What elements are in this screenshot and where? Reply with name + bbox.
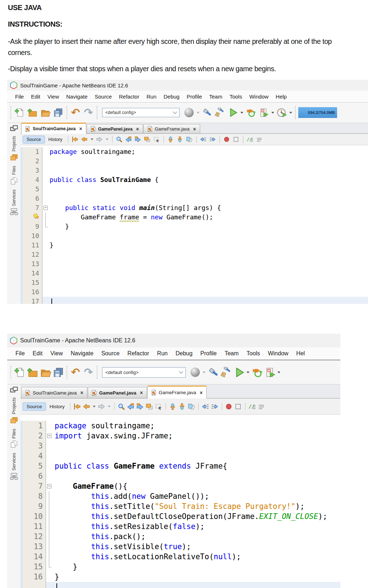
line-number-gutter[interactable]: 6 bbox=[23, 471, 46, 481]
code-line[interactable]: 8 this.add(new GamePanel()); bbox=[20, 491, 340, 501]
menu-item-view[interactable]: View bbox=[46, 350, 66, 357]
clean-build-button[interactable] bbox=[213, 106, 226, 119]
code-line[interactable]: 12 bbox=[20, 250, 368, 259]
clock-button[interactable] bbox=[275, 106, 288, 119]
start-macro-recording-button[interactable] bbox=[222, 135, 231, 144]
line-number-gutter[interactable]: 15 bbox=[23, 278, 42, 287]
uncomment-button[interactable] bbox=[257, 402, 266, 411]
code-line[interactable]: 10 this.setDefaultCloseOperation(JFrame.… bbox=[20, 511, 340, 521]
config-selector[interactable]: <default config> bbox=[102, 367, 186, 378]
dropdown-arrow-icon[interactable] bbox=[203, 372, 206, 373]
toggle-bookmark-button[interactable] bbox=[145, 402, 154, 411]
line-number-gutter[interactable]: 8 bbox=[23, 491, 46, 501]
line-number-gutter[interactable]: 1 bbox=[23, 421, 46, 431]
shift-left-button[interactable] bbox=[201, 402, 210, 411]
close-icon[interactable]: × bbox=[136, 126, 139, 132]
line-number-gutter[interactable]: 3 bbox=[23, 166, 42, 175]
save-all-button[interactable] bbox=[52, 365, 65, 379]
dropdown-arrow-icon[interactable] bbox=[240, 112, 243, 114]
debug-project-button[interactable] bbox=[250, 365, 263, 379]
back-button[interactable] bbox=[82, 402, 91, 411]
code-line[interactable]: 9 } bbox=[20, 222, 368, 231]
clean-build-button[interactable] bbox=[220, 365, 233, 379]
run-project-button[interactable] bbox=[233, 365, 245, 379]
tab-gameframe-java[interactable]: GameFrame.java× bbox=[147, 386, 207, 398]
window-position-icon[interactable] bbox=[10, 125, 18, 132]
line-number-gutter[interactable]: 2 bbox=[23, 156, 42, 166]
dropdown-arrow-icon[interactable] bbox=[93, 406, 96, 407]
menu-item-team[interactable]: Team bbox=[206, 94, 226, 100]
dropdown-arrow-icon[interactable] bbox=[108, 406, 111, 407]
close-icon[interactable]: × bbox=[200, 390, 203, 396]
dropdown-arrow-icon[interactable] bbox=[271, 112, 274, 114]
code-line[interactable]: 7 GameFrame(){ bbox=[20, 481, 340, 491]
line-number-gutter[interactable]: 16 bbox=[23, 287, 42, 297]
open-project-button[interactable] bbox=[39, 106, 52, 119]
line-number-gutter[interactable]: 13 bbox=[23, 542, 46, 552]
code-line[interactable]: 7 public static void main(String[] args)… bbox=[20, 203, 368, 213]
code-line[interactable]: 4 bbox=[20, 451, 340, 461]
line-number-gutter[interactable]: 3 bbox=[23, 441, 46, 451]
next-bookmark-button[interactable] bbox=[136, 402, 144, 411]
stop-macro-recording-button[interactable] bbox=[234, 402, 243, 411]
line-number-gutter[interactable]: 14 bbox=[23, 552, 46, 562]
code-line[interactable]: 5 bbox=[20, 184, 368, 194]
history-view-button[interactable]: History bbox=[46, 136, 65, 143]
code-line[interactable]: 13 this.setVisible(true); bbox=[20, 542, 340, 552]
line-number-gutter[interactable]: 7 bbox=[23, 481, 46, 491]
new-project-button[interactable] bbox=[26, 365, 39, 379]
new-file-button[interactable] bbox=[13, 365, 26, 379]
code-line[interactable]: 3 bbox=[20, 166, 368, 175]
source-view-button[interactable]: Source bbox=[23, 402, 46, 411]
menu-item-edit[interactable]: Edit bbox=[29, 350, 47, 357]
stop-macro-recording-button[interactable] bbox=[232, 135, 240, 144]
shift-right-button[interactable] bbox=[211, 402, 219, 411]
code-line[interactable]: 14 bbox=[20, 269, 368, 278]
profile-project-button[interactable] bbox=[257, 106, 270, 119]
menu-item-file[interactable]: File bbox=[12, 94, 27, 100]
menu-item-refactor[interactable]: Refactor bbox=[124, 350, 153, 357]
code-line[interactable]: 2 bbox=[20, 156, 368, 166]
config-selector[interactable]: <default config> bbox=[102, 108, 180, 117]
menu-item-debug[interactable]: Debug bbox=[171, 350, 196, 357]
line-number-gutter[interactable]: 4 bbox=[23, 175, 42, 184]
memory-badge[interactable]: 594.2/754.0MB bbox=[298, 107, 337, 118]
code-line[interactable]: 1package soultraingame; bbox=[20, 147, 368, 156]
code-line[interactable]: 17 bbox=[20, 297, 368, 304]
undo-button[interactable]: ↶ bbox=[69, 365, 82, 379]
undo-button[interactable]: ↶ bbox=[69, 106, 82, 119]
profile-project-button[interactable] bbox=[263, 365, 276, 379]
code-line[interactable]: 11} bbox=[20, 241, 368, 250]
line-number-gutter[interactable]: 16 bbox=[23, 572, 46, 582]
line-number-gutter[interactable]: 7 bbox=[23, 203, 42, 213]
dropdown-arrow-icon[interactable] bbox=[247, 372, 249, 373]
line-number-gutter[interactable]: 10 bbox=[23, 231, 42, 241]
menu-item-view[interactable]: View bbox=[44, 94, 63, 100]
code-line[interactable]: 2import javax.swing.JFrame; bbox=[20, 431, 340, 441]
redo-button[interactable]: ↷ bbox=[82, 106, 95, 119]
menu-item-hel[interactable]: Hel bbox=[292, 350, 309, 357]
save-all-button[interactable] bbox=[52, 106, 65, 119]
forward-button[interactable] bbox=[95, 135, 104, 144]
last-edit-position-button[interactable] bbox=[73, 402, 82, 411]
tab-gamepanel-java[interactable]: GamePanel.java× bbox=[87, 124, 143, 133]
previous-bookmark-button[interactable] bbox=[126, 402, 135, 411]
shift-right-button[interactable] bbox=[208, 135, 217, 144]
back-button[interactable] bbox=[80, 135, 89, 144]
menu-item-file[interactable]: File bbox=[12, 350, 29, 357]
code-line[interactable]: 12 this.pack(); bbox=[20, 532, 340, 542]
code-editor[interactable]: 1package soultraingame;234public class S… bbox=[20, 145, 368, 304]
history-view-button[interactable]: History bbox=[47, 403, 68, 410]
sidebar-item-projects[interactable]: Projects bbox=[10, 136, 18, 161]
code-fold-start-icon[interactable] bbox=[46, 481, 55, 491]
globe-button[interactable] bbox=[189, 365, 202, 379]
code-line[interactable]: 6 bbox=[20, 471, 340, 481]
code-line[interactable]: 16} bbox=[20, 572, 340, 582]
dropdown-arrow-icon[interactable] bbox=[197, 112, 199, 114]
menu-item-refactor[interactable]: Refactor bbox=[115, 94, 143, 100]
code-line[interactable]: 14 this.setLocationRelativeTo(null); bbox=[20, 552, 340, 562]
previous-occurrence-button[interactable] bbox=[166, 135, 175, 144]
line-number-gutter[interactable]: 5 bbox=[23, 461, 46, 471]
dropdown-arrow-icon[interactable] bbox=[289, 112, 292, 114]
globe-button[interactable] bbox=[183, 106, 196, 119]
